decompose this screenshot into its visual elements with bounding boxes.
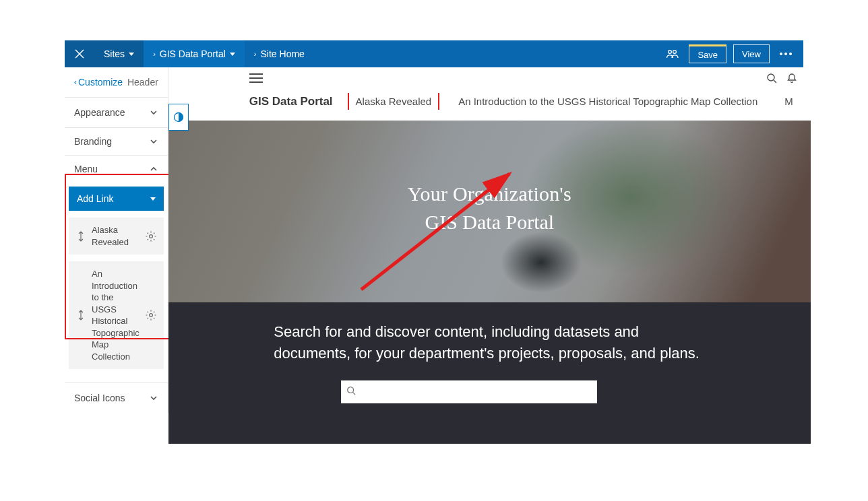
gear-icon[interactable] <box>145 309 157 321</box>
close-icon <box>74 48 85 59</box>
nav-item-truncated[interactable]: M <box>780 93 797 110</box>
preview-header: GIS Data Portal Alaska Revealed An Intro… <box>168 67 811 121</box>
sitehome-label: Site Home <box>261 48 305 59</box>
section-social[interactable]: Social Icons <box>65 383 168 413</box>
nav-item-usgs[interactable]: An Introduction to the USGS Historical T… <box>454 93 762 110</box>
sidebar: ‹ Customize Header Appearance Branding <box>65 67 168 413</box>
breadcrumb-sitehome[interactable]: › Site Home <box>245 40 314 67</box>
section-label: Appearance <box>74 107 125 118</box>
search-band: Search for and discover content, includi… <box>168 302 811 444</box>
chevron-right-icon: › <box>153 50 156 58</box>
nav-item-label: An Introduction to the USGS Historical T… <box>458 96 757 107</box>
nav-item-label: M <box>784 96 793 107</box>
panel-title: Header <box>127 77 158 88</box>
sidebar-head: ‹ Customize Header <box>65 67 168 98</box>
collaborate-button[interactable] <box>663 44 682 63</box>
menu-body: Add Link Alaska Revealed <box>65 187 168 383</box>
section-appearance[interactable]: Appearance <box>65 98 168 128</box>
save-button[interactable]: Save <box>689 44 726 63</box>
section-label: Menu <box>74 164 98 174</box>
more-button[interactable] <box>776 44 795 63</box>
svg-point-6 <box>348 387 354 393</box>
close-button[interactable] <box>65 40 94 67</box>
menu-link-label: Alaska Revealed <box>92 224 140 248</box>
section-branding[interactable]: Branding <box>65 128 168 156</box>
people-icon <box>666 48 679 59</box>
svg-point-0 <box>669 51 672 54</box>
back-label: Customize <box>78 77 123 88</box>
chevron-down-icon <box>149 108 158 117</box>
caret-down-icon <box>150 197 156 201</box>
svg-point-3 <box>149 314 152 317</box>
chevron-left-icon: ‹ <box>74 77 77 87</box>
svg-point-2 <box>149 234 152 238</box>
sites-menu[interactable]: Sites <box>94 40 144 67</box>
preview: GIS Data Portal Alaska Revealed An Intro… <box>168 67 811 444</box>
dots-icon <box>780 53 792 55</box>
nav-item-label: Alaska Revealed <box>356 96 432 107</box>
add-link-button[interactable]: Add Link <box>69 187 164 211</box>
contrast-toggle[interactable] <box>168 104 189 131</box>
chevron-down-icon <box>149 393 158 403</box>
section-label: Social Icons <box>74 393 125 403</box>
svg-point-5 <box>768 74 774 81</box>
sites-label: Sites <box>104 48 125 59</box>
caret-down-icon <box>129 53 134 56</box>
svg-point-1 <box>673 51 677 54</box>
search-icon[interactable] <box>766 73 777 84</box>
add-link-label: Add Link <box>77 193 113 204</box>
hamburger-button[interactable] <box>249 73 263 83</box>
menu-link-item[interactable]: An Introduction to the USGS Historical T… <box>69 261 164 369</box>
search-wrap <box>341 380 597 403</box>
search-icon <box>346 386 356 395</box>
chevron-down-icon <box>149 137 158 146</box>
drag-handle-icon[interactable] <box>75 231 86 242</box>
hero: Your Organization's GIS Data Portal <box>168 121 811 302</box>
view-button[interactable]: View <box>733 44 770 63</box>
preview-nav: GIS Data Portal Alaska Revealed An Intro… <box>249 93 797 110</box>
caret-down-icon <box>230 53 235 56</box>
portal-label: GIS Data Portal <box>160 48 226 59</box>
menu-link-label: An Introduction to the USGS Historical T… <box>92 268 140 362</box>
drag-handle-icon[interactable] <box>75 310 86 321</box>
brand-title[interactable]: GIS Data Portal <box>249 95 333 108</box>
save-label: Save <box>698 50 718 60</box>
chevron-up-icon <box>149 164 158 174</box>
menu-link-item[interactable]: Alaska Revealed <box>69 218 164 255</box>
band-text: Search for and discover content, includi… <box>274 321 705 364</box>
bell-icon[interactable] <box>786 73 797 84</box>
section-label: Branding <box>74 136 112 147</box>
contrast-icon <box>173 112 184 123</box>
hero-line2: GIS Data Portal <box>168 211 811 234</box>
breadcrumb-portal[interactable]: › GIS Data Portal <box>144 40 245 67</box>
hero-line1: Your Organization's <box>168 182 811 205</box>
back-link[interactable]: ‹ Customize <box>74 77 123 88</box>
section-menu[interactable]: Menu <box>65 156 168 182</box>
chevron-right-icon: › <box>254 50 257 58</box>
gear-icon[interactable] <box>145 230 157 242</box>
topbar: Sites › GIS Data Portal › Site Home Save <box>65 40 803 67</box>
nav-item-alaska[interactable]: Alaska Revealed <box>352 93 436 110</box>
search-input[interactable] <box>341 380 597 403</box>
view-label: View <box>742 49 761 59</box>
